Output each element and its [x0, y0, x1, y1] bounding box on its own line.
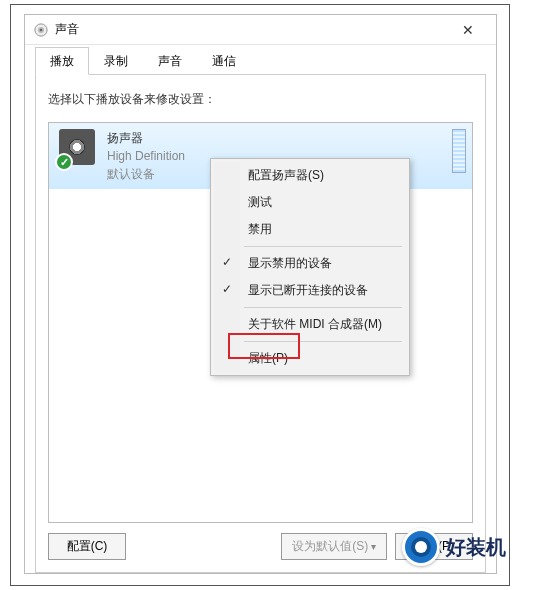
speaker-icon: [33, 22, 49, 38]
watermark-logo-icon: [402, 528, 440, 566]
configure-button[interactable]: 配置(C): [48, 533, 126, 560]
tab-playback[interactable]: 播放: [35, 47, 89, 75]
tab-recording[interactable]: 录制: [89, 47, 143, 75]
ctx-separator: [244, 341, 402, 342]
tab-sounds[interactable]: 声音: [143, 47, 197, 75]
tab-strip: 播放 录制 声音 通信: [25, 47, 496, 75]
close-button[interactable]: ✕: [448, 16, 488, 44]
context-menu: 配置扬声器(S) 测试 禁用 ✓ 显示禁用的设备 ✓ 显示已断开连接的设备 关于…: [210, 158, 410, 376]
watermark: 好装机: [402, 528, 506, 566]
check-icon: ✓: [222, 255, 232, 269]
instruction-text: 选择以下播放设备来修改设置：: [48, 91, 473, 108]
level-meter: [452, 129, 466, 173]
ctx-properties[interactable]: 属性(P): [214, 345, 406, 372]
device-text: 扬声器 High Definition 默认设备: [107, 129, 185, 183]
ctx-show-disconnected-label: 显示已断开连接的设备: [248, 283, 368, 297]
ctx-separator: [244, 246, 402, 247]
tab-communications[interactable]: 通信: [197, 47, 251, 75]
check-icon: ✓: [222, 282, 232, 296]
window-title: 声音: [55, 21, 79, 38]
watermark-text: 好装机: [446, 534, 506, 561]
speaker-device-icon: ✓: [59, 129, 95, 165]
ctx-configure-speakers[interactable]: 配置扬声器(S): [214, 162, 406, 189]
ctx-disable[interactable]: 禁用: [214, 216, 406, 243]
ctx-show-disabled-label: 显示禁用的设备: [248, 256, 332, 270]
device-description: High Definition: [107, 147, 185, 165]
device-name: 扬声器: [107, 129, 185, 147]
set-default-button[interactable]: 设为默认值(S): [281, 533, 387, 560]
ctx-about-midi[interactable]: 关于软件 MIDI 合成器(M): [214, 311, 406, 338]
svg-point-2: [40, 28, 43, 31]
ctx-show-disabled[interactable]: ✓ 显示禁用的设备: [214, 250, 406, 277]
default-check-icon: ✓: [55, 153, 73, 171]
ctx-test[interactable]: 测试: [214, 189, 406, 216]
device-status: 默认设备: [107, 165, 185, 183]
titlebar: 声音 ✕: [25, 15, 496, 45]
ctx-separator: [244, 307, 402, 308]
ctx-show-disconnected[interactable]: ✓ 显示已断开连接的设备: [214, 277, 406, 304]
